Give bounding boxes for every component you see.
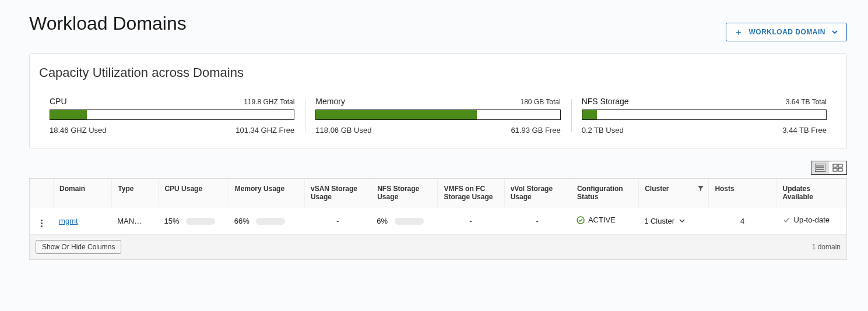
- metric-nfs-free: 3.44 TB Free: [782, 126, 827, 135]
- cell-hosts: 4: [708, 207, 776, 235]
- svg-rect-6: [833, 168, 837, 171]
- metric-memory-total: 180 GB Total: [520, 98, 560, 106]
- table-header-row: Domain Type CPU Usage Memory Usage vSAN …: [30, 179, 846, 207]
- cpu-mini-bar: [186, 218, 215, 225]
- metric-cpu-used: 18.46 GHZ Used: [50, 126, 107, 135]
- svg-rect-4: [833, 164, 837, 167]
- metric-memory-free: 61.93 GB Free: [511, 126, 560, 135]
- col-domain[interactable]: Domain: [53, 179, 111, 207]
- check-icon: [782, 216, 790, 224]
- nfs-mini-bar: [395, 218, 424, 225]
- cell-nfs: 6%: [371, 207, 437, 235]
- metric-cpu-total: 119.8 GHZ Total: [244, 98, 294, 106]
- col-updates[interactable]: Updates Available: [776, 179, 846, 207]
- metric-memory: Memory 180 GB Total 118.06 GB Used 61.93…: [305, 97, 571, 135]
- filter-icon[interactable]: [698, 186, 704, 192]
- table-count: 1 domain: [812, 243, 841, 251]
- table-row: mgmt MAN… 15% 66% - 6% - -: [30, 207, 846, 235]
- row-actions-button[interactable]: [37, 220, 45, 227]
- capacity-card-title: Capacity Utilization across Domains: [39, 65, 837, 80]
- col-hosts[interactable]: Hosts: [708, 179, 776, 207]
- chevron-down-icon: [831, 29, 838, 36]
- grid-view-button[interactable]: [829, 161, 846, 174]
- col-cluster[interactable]: Cluster: [638, 179, 708, 207]
- domains-table: Domain Type CPU Usage Memory Usage vSAN …: [29, 178, 847, 260]
- col-cpu[interactable]: CPU Usage: [158, 179, 228, 207]
- col-vvol[interactable]: vVol Storage Usage: [504, 179, 571, 207]
- metric-nfs-used: 0.2 TB Used: [582, 126, 624, 135]
- metric-cpu-bar: [50, 109, 294, 120]
- col-config[interactable]: Configuration Status: [571, 179, 638, 207]
- cell-cluster[interactable]: 1 Cluster: [638, 207, 708, 235]
- workload-domain-dropdown-button[interactable]: ＋ WORKLOAD DOMAIN: [726, 23, 847, 41]
- col-memory[interactable]: Memory Usage: [229, 179, 304, 207]
- metric-memory-label: Memory: [315, 97, 345, 106]
- cell-updates: Up-to-date: [776, 207, 846, 235]
- list-icon: [815, 164, 825, 172]
- grid-icon: [832, 164, 843, 172]
- view-toggle-group: [811, 161, 847, 175]
- memory-mini-bar: [256, 218, 285, 225]
- cell-vvol: -: [504, 207, 571, 235]
- cell-type: MAN…: [111, 207, 158, 235]
- workload-domain-dropdown-label: WORKLOAD DOMAIN: [749, 28, 825, 36]
- domain-link[interactable]: mgmt: [59, 217, 78, 225]
- chevron-down-icon: [679, 218, 685, 224]
- svg-rect-7: [838, 168, 842, 171]
- metric-cpu: CPU 119.8 GHZ Total 18.46 GHZ Used 101.3…: [39, 97, 305, 135]
- metric-cpu-label: CPU: [50, 97, 67, 106]
- metric-nfs: NFS Storage 3.64 TB Total 0.2 TB Used 3.…: [571, 97, 837, 135]
- capacity-card: Capacity Utilization across Domains CPU …: [29, 53, 847, 149]
- show-hide-columns-button[interactable]: Show Or Hide Columns: [36, 240, 121, 254]
- col-vsan[interactable]: vSAN Storage Usage: [304, 179, 371, 207]
- metric-memory-bar: [315, 109, 560, 120]
- svg-rect-5: [838, 164, 842, 167]
- cell-cpu: 15%: [158, 207, 228, 235]
- metric-nfs-total: 3.64 TB Total: [786, 98, 827, 106]
- cell-vsan: -: [304, 207, 371, 235]
- cell-memory: 66%: [229, 207, 304, 235]
- cell-vmfs: -: [437, 207, 504, 235]
- col-vmfs[interactable]: VMFS on FC Storage Usage: [437, 179, 504, 207]
- cell-config: ACTIVE: [571, 207, 638, 235]
- plus-icon: ＋: [735, 28, 743, 36]
- metric-nfs-bar: [582, 109, 827, 120]
- list-view-button[interactable]: [811, 161, 829, 174]
- metric-cpu-free: 101.34 GHZ Free: [236, 126, 294, 135]
- check-circle-icon: [577, 216, 585, 224]
- metric-memory-used: 118.06 GB Used: [315, 126, 371, 135]
- metric-nfs-label: NFS Storage: [582, 97, 629, 106]
- col-nfs[interactable]: NFS Storage Usage: [371, 179, 437, 207]
- col-type[interactable]: Type: [111, 179, 158, 207]
